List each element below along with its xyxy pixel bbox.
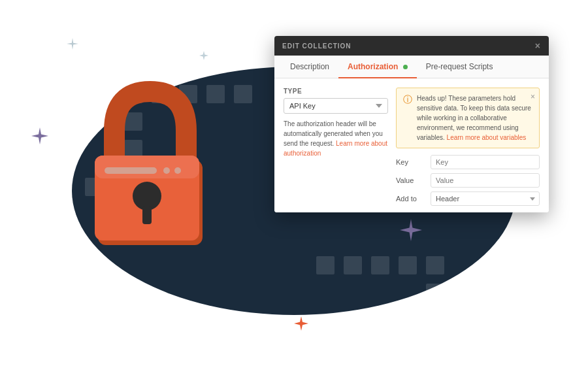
dialog-tabs: Description Authorization Pre-request Sc…: [274, 56, 549, 78]
variables-learn-more-link[interactable]: Learn more about variables: [447, 134, 527, 141]
warning-box: ⓘ Heads up! These parameters hold sensit…: [396, 88, 540, 148]
value-field-row: Value: [396, 173, 540, 188]
auth-description: The authorization header will be automat…: [284, 119, 388, 158]
sparkle-top-left: [67, 38, 78, 50]
scene: EDIT COLLECTION × Description Authorizat…: [0, 0, 588, 381]
fields-section: Key Value Add to Header: [396, 155, 540, 206]
dialog-body: TYPE API Key The authorization header wi…: [274, 78, 549, 212]
active-tab-dot: [403, 65, 408, 69]
add-to-label: Add to: [396, 195, 425, 203]
add-to-field-row: Add to Header: [396, 191, 540, 206]
tab-authorization[interactable]: Authorization: [338, 56, 417, 78]
svg-rect-2: [95, 156, 199, 178]
type-label: TYPE: [284, 88, 388, 95]
sparkle-bottom-orange: [294, 316, 308, 331]
value-input[interactable]: [431, 173, 540, 188]
svg-rect-7: [142, 206, 152, 224]
dialog-close-button[interactable]: ×: [535, 41, 541, 51]
svg-rect-3: [105, 167, 157, 174]
warning-close-button[interactable]: ×: [531, 92, 535, 101]
sparkle-top-center: [199, 51, 208, 60]
value-label: Value: [396, 176, 425, 184]
svg-point-5: [174, 167, 181, 174]
key-field-row: Key: [396, 155, 540, 169]
key-input[interactable]: [431, 155, 540, 169]
tab-pre-request[interactable]: Pre-request Scripts: [417, 56, 502, 78]
add-to-select[interactable]: Header: [431, 191, 540, 206]
sparkle-left: [31, 127, 48, 144]
warning-text: Heads up! These parameters hold sensitiv…: [417, 93, 532, 142]
edit-collection-dialog: EDIT COLLECTION × Description Authorizat…: [274, 36, 549, 212]
dialog-titlebar: EDIT COLLECTION ×: [274, 36, 549, 56]
warning-icon: ⓘ: [403, 94, 412, 106]
type-select[interactable]: API Key: [284, 98, 388, 114]
svg-point-4: [163, 167, 170, 174]
sparkle-right-bottom: [400, 219, 422, 241]
tab-description[interactable]: Description: [281, 56, 338, 78]
key-label: Key: [396, 158, 425, 166]
dialog-title: EDIT COLLECTION: [282, 42, 351, 50]
lock-icon: [78, 78, 222, 261]
